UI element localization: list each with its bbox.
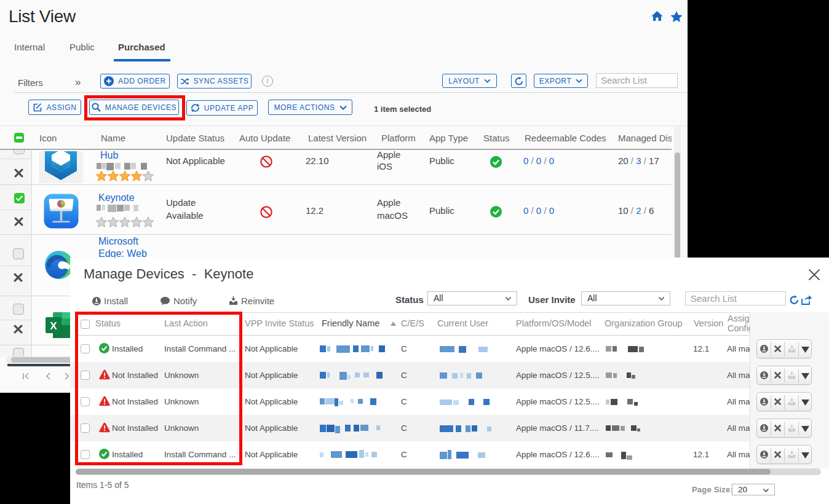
svg-text:X: X [50, 320, 57, 332]
